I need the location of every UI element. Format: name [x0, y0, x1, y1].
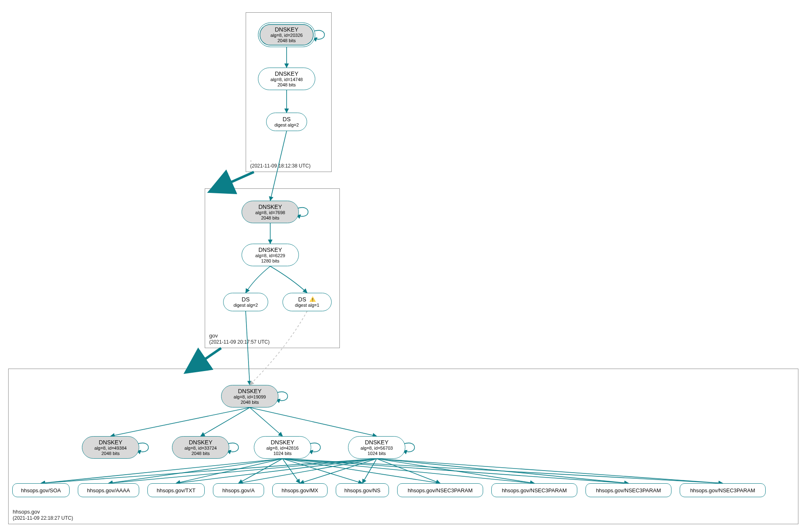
node-alg: alg=8, id=14748 — [271, 77, 303, 82]
zone-root-time: (2021-11-09 18:12:38 UTC) — [250, 163, 310, 169]
rrset-label: hhsops.gov/AAAA — [87, 487, 130, 494]
rrset-nsec3param-4[interactable]: hhsops.gov/NSEC3PARAM — [680, 483, 766, 497]
dnskey-hhsops-56703[interactable]: DNSKEY alg=8, id=56703 1024 bits — [348, 436, 405, 459]
node-alg: alg=8, id=20326 — [271, 33, 303, 38]
rrset-ns[interactable]: hhsops.gov/NS — [336, 483, 389, 497]
rrset-a[interactable]: hhsops.gov/A — [213, 483, 264, 497]
rrset-label: hhsops.gov/NSEC3PARAM — [596, 487, 661, 494]
zone-gov-time: (2021-11-09 20:17:57 UTC) — [209, 339, 269, 345]
rrset-label: hhsops.gov/NS — [344, 487, 380, 494]
node-title: DNSKEY — [238, 388, 262, 394]
node-title: DNSKEY — [271, 439, 294, 446]
node-alg: digest alg=2 — [274, 122, 299, 128]
node-title: DNSKEY — [258, 204, 282, 210]
node-bits: 1024 bits — [274, 451, 292, 456]
node-alg: digest alg=1 — [295, 303, 319, 308]
rrset-mx[interactable]: hhsops.gov/MX — [272, 483, 328, 497]
dnskey-root-ksk[interactable]: DNSKEY alg=8, id=20326 2048 bits — [258, 23, 315, 47]
node-title: DNSKEY — [99, 439, 122, 446]
node-alg: alg=8, id=56703 — [361, 446, 393, 451]
zone-hhsops-time: (2021-11-09 22:18:27 UTC) — [13, 515, 73, 521]
node-alg: alg=8, id=42816 — [267, 446, 299, 451]
rrset-label: hhsops.gov/NSEC3PARAM — [502, 487, 567, 494]
zone-gov-label: gov (2021-11-09 20:17:57 UTC) — [209, 333, 269, 345]
node-alg: alg=8, id=6229 — [255, 253, 285, 258]
dnskey-gov-zsk[interactable]: DNSKEY alg=8, id=6229 1280 bits — [242, 244, 299, 266]
node-title: DNSKEY — [275, 26, 298, 33]
ds-gov-2[interactable]: DS digest alg=1 — [283, 293, 332, 311]
zone-root-name: . — [250, 156, 310, 163]
rrset-label: hhsops.gov/TXT — [157, 487, 196, 494]
node-bits: 1024 bits — [368, 451, 386, 456]
rrset-label: hhsops.gov/SOA — [21, 487, 61, 494]
node-title-text: DS — [298, 296, 306, 303]
node-title: DNSKEY — [365, 439, 389, 446]
node-alg: digest alg=2 — [233, 303, 258, 308]
rrset-label: hhsops.gov/NSEC3PARAM — [690, 487, 755, 494]
node-alg: alg=8, id=19099 — [234, 394, 266, 400]
node-title: DS — [283, 116, 290, 122]
zone-hhsops-name: hhsops.gov — [13, 509, 73, 515]
zone-gov-name: gov — [209, 333, 269, 339]
rrset-aaaa[interactable]: hhsops.gov/AAAA — [78, 483, 139, 497]
rrset-nsec3param-3[interactable]: hhsops.gov/NSEC3PARAM — [585, 483, 671, 497]
dnskey-gov-ksk[interactable]: DNSKEY alg=8, id=7698 2048 bits — [242, 201, 299, 223]
rrset-nsec3param-2[interactable]: hhsops.gov/NSEC3PARAM — [491, 483, 577, 497]
node-alg: alg=8, id=33724 — [185, 446, 217, 451]
node-alg: alg=8, id=49384 — [95, 446, 127, 451]
node-bits: 2048 bits — [278, 38, 296, 43]
node-title: DS — [298, 296, 316, 303]
rrset-label: hhsops.gov/A — [222, 487, 255, 494]
dnskey-hhsops-33724[interactable]: DNSKEY alg=8, id=33724 2048 bits — [172, 436, 229, 459]
node-alg: alg=8, id=7698 — [255, 210, 285, 215]
node-bits: 1280 bits — [261, 258, 280, 264]
dnskey-hhsops-ksk[interactable]: DNSKEY alg=8, id=19099 2048 bits — [221, 385, 278, 407]
dnskey-hhsops-49384[interactable]: DNSKEY alg=8, id=49384 2048 bits — [82, 436, 139, 459]
node-bits: 2048 bits — [278, 82, 296, 88]
rrset-soa[interactable]: hhsops.gov/SOA — [12, 483, 70, 497]
node-bits: 2048 bits — [261, 215, 280, 221]
rrset-nsec3param-1[interactable]: hhsops.gov/NSEC3PARAM — [397, 483, 483, 497]
zone-hhsops-label: hhsops.gov (2021-11-09 22:18:27 UTC) — [13, 509, 73, 521]
node-bits: 2048 bits — [192, 451, 210, 456]
rrset-label: hhsops.gov/MX — [282, 487, 319, 494]
warning-icon — [310, 296, 316, 302]
dnskey-root-zsk[interactable]: DNSKEY alg=8, id=14748 2048 bits — [258, 68, 315, 90]
ds-gov-1[interactable]: DS digest alg=2 — [223, 293, 268, 311]
zone-root-label: . (2021-11-09 18:12:38 UTC) — [250, 156, 310, 169]
node-title: DS — [242, 296, 249, 303]
node-bits: 2048 bits — [241, 400, 259, 405]
node-title: DNSKEY — [258, 247, 282, 253]
node-bits: 2048 bits — [102, 451, 120, 456]
rrset-label: hhsops.gov/NSEC3PARAM — [408, 487, 473, 494]
node-title: DNSKEY — [275, 70, 298, 77]
dnskey-hhsops-42816[interactable]: DNSKEY alg=8, id=42816 1024 bits — [254, 436, 311, 459]
ds-root[interactable]: DS digest alg=2 — [266, 113, 307, 131]
node-title: DNSKEY — [189, 439, 212, 446]
rrset-txt[interactable]: hhsops.gov/TXT — [147, 483, 205, 497]
